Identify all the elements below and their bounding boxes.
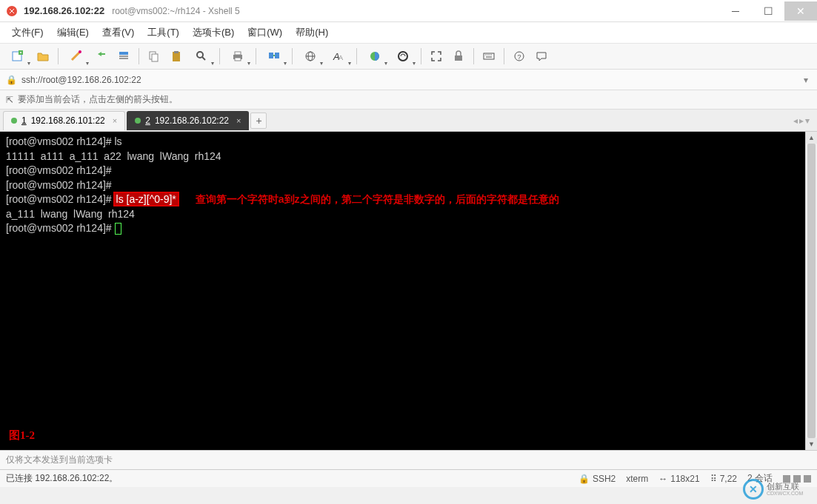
tab-nav: ◂ ▸ ▾ (793, 115, 814, 126)
menu-window[interactable]: 窗口(W) (243, 24, 287, 41)
menu-file[interactable]: 文件(F) (7, 24, 48, 41)
tab-label: 192.168.26.102:22 (155, 115, 229, 126)
watermark-text: 创新互联 CDXWCX.COM (767, 482, 803, 497)
status-connection: 已连接 192.168.26.102:22。 (6, 472, 568, 485)
address-field[interactable]: ssh://root@192.168.26.102:22 (21, 75, 801, 85)
toolbar-separator (421, 48, 421, 64)
window-subtitle: root@vms002:~/rh124 - Xshell 5 (112, 6, 240, 16)
toolbar-separator (504, 48, 504, 64)
annotation-text: 查询第一个字符时a到z之间的，第二个字符是非数字的，后面的字符都是任意的 (196, 193, 559, 205)
svg-point-3 (79, 50, 81, 53)
hintbar: ⇱ 要添加当前会话，点击左侧的箭头按钮。 (0, 90, 817, 110)
svg-point-22 (399, 52, 407, 61)
menu-tabs[interactable]: 选项卡(B) (188, 24, 239, 41)
toolbar-separator (356, 48, 357, 64)
lock-icon: 🔒 (6, 75, 17, 85)
terminal-line: [root@vms002 rh124]# ls (6, 135, 799, 149)
toolbar-separator (139, 48, 139, 64)
color-scheme-button[interactable] (361, 46, 388, 67)
cursor-pos-icon: ⠿ (710, 474, 717, 484)
app-icon (6, 5, 18, 17)
scroll-up-icon[interactable]: ▲ (806, 132, 817, 144)
scroll-down-icon[interactable]: ▼ (806, 438, 817, 450)
print-button[interactable] (224, 46, 251, 67)
hint-text: 要添加当前会话，点击左侧的箭头按钮。 (18, 93, 178, 106)
svg-rect-15 (269, 53, 273, 58)
copy-button[interactable] (144, 46, 164, 67)
script-button[interactable] (63, 46, 90, 67)
resize-icon: ↔ (658, 474, 667, 484)
status-ssh: 🔒SSH2 (578, 474, 616, 484)
globe-button[interactable] (297, 46, 324, 67)
terminal-line: [root@vms002 rh124]# (6, 221, 799, 236)
titlebar: 192.168.26.102:22 root@vms002:~/rh124 - … (0, 0, 817, 22)
watermark-logo-icon: ✕ (743, 479, 764, 500)
transfer-button[interactable] (261, 46, 287, 67)
close-button[interactable]: ✕ (784, 1, 817, 21)
terminal-area: [root@vms002 rh124]# ls11111 a111 a_111 … (0, 132, 817, 450)
menu-edit[interactable]: 编辑(E) (53, 24, 93, 41)
chat-button[interactable] (531, 46, 552, 67)
svg-rect-6 (119, 58, 128, 59)
menubar: 文件(F) 编辑(E) 查看(V) 工具(T) 选项卡(B) 窗口(W) 帮助(… (0, 22, 817, 43)
address-dropdown-icon[interactable]: ▾ (801, 75, 811, 85)
keyboard-button[interactable] (478, 46, 499, 67)
status-size: ↔118x21 (658, 474, 699, 484)
svg-rect-16 (275, 53, 279, 58)
session-tab-active[interactable]: 2 192.168.26.102:22 × (127, 111, 249, 130)
statusbar: 已连接 192.168.26.102:22。 🔒SSH2 xterm ↔118x… (0, 469, 817, 487)
scroll-track[interactable] (806, 144, 817, 438)
tab-prev-icon[interactable]: ◂ (793, 115, 798, 126)
tab-next-icon[interactable]: ▸ (799, 115, 804, 126)
tab-label: 192.168.26.101:22 (31, 115, 105, 126)
svg-text:A: A (339, 54, 343, 61)
cursor-icon (115, 223, 121, 235)
tab-close-icon[interactable]: × (113, 116, 117, 125)
tab-list-icon[interactable]: ▾ (805, 115, 810, 126)
lock-icon: 🔒 (578, 474, 590, 484)
terminal-prompt: [root@vms002 rh124]# (6, 193, 115, 205)
svg-rect-5 (119, 56, 128, 57)
add-tab-button[interactable]: + (250, 112, 267, 129)
status-cursor: ⠿7,22 (710, 474, 737, 484)
tabsbar: 1 192.168.26.101:22 × 2 192.168.26.102:2… (0, 110, 817, 132)
terminal-line: [root@vms002 rh124]# (6, 164, 799, 178)
toolbar-separator (256, 48, 256, 64)
lock-button[interactable] (448, 46, 469, 67)
svg-rect-8 (152, 54, 158, 61)
status-dot-icon (135, 118, 141, 124)
scroll-thumb[interactable] (807, 144, 816, 438)
open-button[interactable] (33, 46, 53, 67)
terminal-line: a_111 lwang lWang rh124 (6, 207, 799, 222)
window-title: 192.168.26.102:22 (24, 5, 104, 16)
svg-rect-4 (119, 52, 128, 55)
menu-help[interactable]: 帮助(H) (291, 24, 333, 41)
reconnect-button[interactable] (91, 46, 112, 67)
svg-rect-10 (174, 51, 179, 53)
svg-rect-14 (235, 58, 241, 61)
tab-close-icon[interactable]: × (236, 116, 241, 125)
encoding-button[interactable] (390, 46, 416, 67)
fullscreen-button[interactable] (426, 46, 447, 67)
paste-button[interactable] (166, 46, 187, 67)
svg-text:?: ? (518, 53, 521, 61)
compose-input[interactable]: 仅将文本发送到当前选项卡 (0, 450, 817, 469)
properties-button[interactable] (113, 46, 134, 67)
session-tab[interactable]: 1 192.168.26.101:22 × (3, 111, 125, 130)
font-button[interactable]: AA (325, 46, 352, 67)
find-button[interactable] (188, 46, 215, 67)
help-button[interactable]: ? (509, 46, 530, 67)
status-term: xterm (626, 474, 648, 484)
add-session-arrow-icon[interactable]: ⇱ (6, 95, 13, 105)
addressbar: 🔒 ssh://root@192.168.26.102:22 ▾ (0, 70, 817, 90)
scrollbar[interactable]: ▲ ▼ (805, 132, 817, 450)
svg-point-11 (197, 52, 203, 58)
terminal-line: [root@vms002 rh124]# (6, 178, 799, 193)
menu-view[interactable]: 查看(V) (98, 24, 139, 41)
toolbar-separator (58, 48, 59, 64)
menu-tools[interactable]: 工具(T) (143, 24, 184, 41)
new-session-button[interactable] (4, 46, 31, 67)
terminal[interactable]: [root@vms002 rh124]# ls11111 a111 a_111 … (0, 132, 805, 450)
minimize-button[interactable]: ─ (719, 1, 752, 21)
maximize-button[interactable]: ☐ (752, 1, 784, 21)
